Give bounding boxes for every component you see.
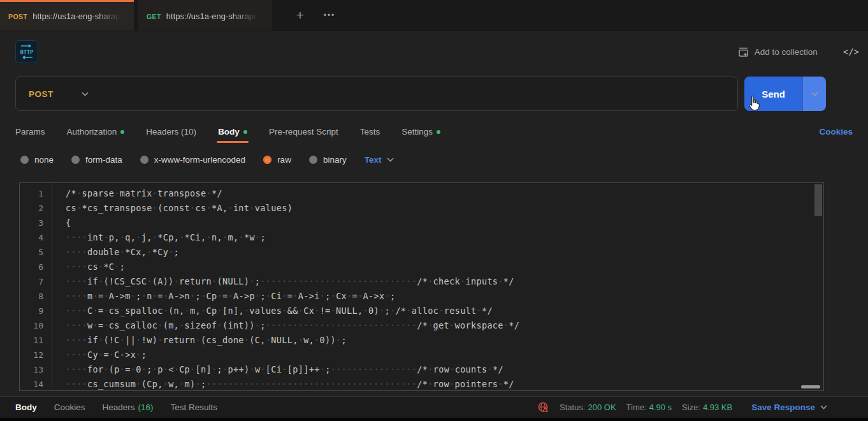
- radio-label: binary: [323, 155, 347, 165]
- size-field: Size:4.93 KB: [682, 403, 732, 412]
- code-line[interactable]: ····cs·*C·;: [66, 260, 823, 274]
- modified-dot: [437, 130, 440, 134]
- radio-label: form-data: [85, 155, 122, 165]
- tab-url-label: https://us1a-eng-sharapc: [166, 11, 258, 21]
- modified-dot: [243, 130, 247, 134]
- format-selector[interactable]: Text: [365, 155, 394, 165]
- request-subtabs: Params Authorization Headers (10) Body P…: [15, 120, 853, 143]
- window-bottom-edge: [0, 418, 868, 421]
- request-tab-post[interactable]: POST https://us1a-eng-sharap: [0, 0, 134, 31]
- response-tab-test-results[interactable]: Test Results: [171, 403, 218, 412]
- tab-authorization[interactable]: Authorization: [67, 120, 125, 143]
- url-field: POST: [15, 77, 738, 111]
- tab-label: Tests: [360, 127, 380, 137]
- code-line[interactable]: ····Cy·=·C->x·;: [66, 348, 823, 362]
- method-selected-label: POST: [29, 89, 54, 99]
- line-number: 10: [20, 318, 52, 333]
- new-tab-button[interactable]: +: [286, 0, 315, 31]
- code-snippet-button[interactable]: </>: [843, 47, 859, 57]
- radio-form-data[interactable]: form-data: [71, 155, 122, 165]
- send-button-group: Send: [744, 77, 826, 111]
- response-meta: Status:200 OK Time:4.90 s Size:4.93 KB S…: [537, 401, 853, 413]
- code-line[interactable]: ····int·p,·q,·j,·*Cp,·*Ci,·n,·m,·*w·;: [66, 230, 823, 245]
- response-tabs: Body Cookies Headers (16) Test Results: [15, 403, 217, 412]
- line-number: 9: [20, 304, 52, 318]
- code-line[interactable]: ····if·(!C·||·!w)·return·(cs_done·(C,·NU…: [66, 333, 823, 348]
- radio-raw[interactable]: raw: [263, 155, 291, 165]
- tab-method-label: POST: [8, 13, 27, 20]
- add-to-collection-button[interactable]: Add to collection: [738, 47, 818, 57]
- radio-circle: [309, 156, 317, 164]
- send-options-button[interactable]: [802, 77, 826, 111]
- time-label: Time:: [626, 403, 647, 412]
- url-input[interactable]: [101, 77, 737, 110]
- add-to-collection-label: Add to collection: [755, 47, 818, 57]
- line-number: 5: [20, 245, 52, 260]
- code-line[interactable]: ····cs_cumsum·(Cp,·w,·m)·;··············…: [66, 377, 823, 390]
- tab-label: Body: [218, 127, 240, 137]
- code-line[interactable]: /*·sparse·matrix·transpose·*/: [66, 186, 823, 201]
- code-lines[interactable]: /*·sparse·matrix·transpose·*/cs·*cs_tran…: [52, 183, 823, 390]
- postman-app: { "tabs": { "items": [ { "method": "POST…: [0, 0, 868, 421]
- more-tabs-button[interactable]: •••: [315, 0, 344, 31]
- code-line[interactable]: ····if·(!CS_CSC·(A))·return·(NULL)·;····…: [66, 274, 823, 289]
- code-line[interactable]: ····double·*Cx,·*Cy·;: [66, 245, 823, 260]
- tab-url-label: https://us1a-eng-sharap: [33, 11, 120, 21]
- radio-none[interactable]: none: [20, 155, 54, 165]
- tab-tests[interactable]: Tests: [360, 120, 380, 143]
- time-value: 4.90 s: [649, 403, 672, 412]
- horizontal-scrollbar-thumb[interactable]: [801, 385, 820, 388]
- code-line[interactable]: {: [66, 216, 823, 230]
- http-request-icon: HTTP: [15, 40, 38, 63]
- response-tab-cookies[interactable]: Cookies: [54, 403, 85, 412]
- url-send-row: POST Send: [15, 77, 853, 111]
- radio-binary[interactable]: binary: [309, 155, 347, 165]
- method-selector[interactable]: POST: [16, 89, 101, 99]
- tab-headers[interactable]: Headers (10): [146, 120, 196, 143]
- line-number: 11: [20, 333, 52, 348]
- tab-body[interactable]: Body: [218, 120, 247, 143]
- vertical-scrollbar-thumb[interactable]: [814, 184, 822, 216]
- response-tab-headers[interactable]: Headers (16): [103, 403, 154, 412]
- line-number: 13: [20, 362, 52, 377]
- request-tab-get[interactable]: GET https://us1a-eng-sharapc: [138, 0, 272, 31]
- cookies-link[interactable]: Cookies: [819, 127, 853, 137]
- send-button[interactable]: Send: [744, 77, 802, 111]
- line-number: 3: [20, 216, 52, 230]
- radio-circle: [20, 156, 29, 164]
- line-number: 1: [20, 186, 52, 201]
- format-selected-label: Text: [365, 155, 382, 165]
- radio-circle: [140, 156, 148, 164]
- raw-body-editor[interactable]: 1234567891011121314 /*·sparse·matrix·tra…: [19, 182, 824, 391]
- tab-params[interactable]: Params: [15, 120, 45, 143]
- response-bar: Body Cookies Headers (16) Test Results S…: [0, 396, 868, 418]
- code-line[interactable]: ····m·=·A->m·;·n·=·A->n·;·Cp·=·A->p·;·Ci…: [66, 289, 823, 304]
- radio-circle-selected: [263, 156, 271, 164]
- save-response-button[interactable]: Save Response: [751, 403, 827, 412]
- tab-label: Body: [15, 403, 37, 412]
- line-numbers: 1234567891011121314: [20, 183, 52, 390]
- radio-x-www-form-urlencoded[interactable]: x-www-form-urlencoded: [140, 155, 245, 165]
- code-line[interactable]: ····for·(p·=·0·;·p·<·Cp·[n]·;·p++)·w·[Ci…: [66, 362, 823, 377]
- chevron-down-icon: [811, 92, 818, 96]
- tab-settings[interactable]: Settings: [401, 120, 440, 143]
- line-number: 12: [20, 348, 52, 362]
- line-number: 6: [20, 260, 52, 274]
- tab-method-label: GET: [147, 13, 161, 20]
- radio-label: x-www-form-urlencoded: [154, 155, 245, 165]
- network-warning-icon: [537, 401, 549, 413]
- response-tab-body[interactable]: Body: [15, 403, 37, 412]
- save-response-label: Save Response: [751, 403, 815, 412]
- tab-label: Params: [15, 127, 45, 137]
- line-number: 4: [20, 230, 52, 245]
- add-to-collection-icon: [738, 47, 749, 57]
- header-actions: Add to collection </>: [738, 47, 859, 57]
- radio-label: raw: [277, 155, 291, 165]
- code-line[interactable]: ····w·=·cs_calloc·(m,·sizeof·(int))·;···…: [66, 318, 823, 333]
- code-line[interactable]: cs·*cs_transpose·(const·cs·*A,·int·value…: [66, 201, 823, 216]
- headers-count: (16): [138, 403, 154, 412]
- tab-label: Headers (10): [146, 127, 196, 137]
- size-value: 4.93 KB: [703, 403, 732, 412]
- tab-pre-request-script[interactable]: Pre-request Script: [269, 120, 338, 143]
- code-line[interactable]: ····C·=·cs_spalloc·(n,·m,·Cp·[n],·values…: [66, 304, 823, 318]
